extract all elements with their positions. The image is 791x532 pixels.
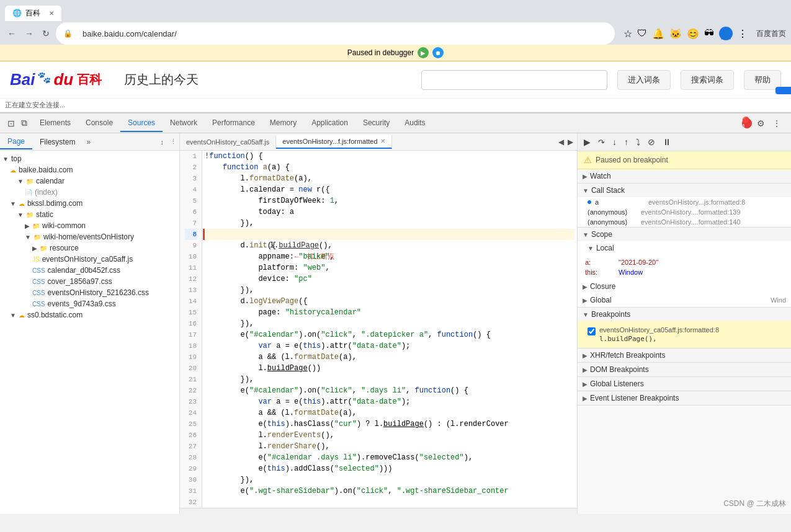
pause-on-exceptions-button[interactable]: ⏸ bbox=[660, 136, 674, 148]
profile-icon[interactable]: 👤 bbox=[719, 27, 733, 40]
code-line-28: e("#calendar .days li").removeClass("sel… bbox=[205, 452, 574, 463]
call-stack-header[interactable]: Call Stack bbox=[578, 184, 791, 197]
ext-notif-icon[interactable]: 🔔 bbox=[652, 28, 664, 40]
tab-memory[interactable]: Memory bbox=[262, 115, 304, 132]
step-into-button[interactable]: ↓ bbox=[610, 136, 619, 148]
ext-person-icon[interactable]: 🕶 bbox=[704, 28, 714, 39]
notice-warning-icon: ⚠ bbox=[584, 155, 592, 165]
device-toggle-button[interactable]: ⧉ bbox=[19, 115, 30, 131]
sources-tab-page[interactable]: Page bbox=[0, 135, 32, 149]
debugger-play-button[interactable]: ▶ bbox=[418, 47, 429, 58]
step-out-button[interactable]: ↑ bbox=[622, 136, 631, 148]
tab-performance[interactable]: Performance bbox=[205, 115, 262, 132]
ext-emoji-icon[interactable]: 😊 bbox=[687, 28, 699, 40]
ext-cat-icon[interactable]: 🐱 bbox=[669, 28, 682, 40]
share-button[interactable]: 分享 bbox=[775, 87, 791, 94]
line-8-breakpoint[interactable]: 8 bbox=[185, 229, 197, 240]
dom-section[interactable]: DOM Breakpoints bbox=[578, 363, 791, 377]
scope-header[interactable]: Scope bbox=[578, 228, 791, 241]
sources-tab-filesystem[interactable]: Filesystem bbox=[32, 135, 83, 149]
tab-sources[interactable]: Sources bbox=[120, 115, 163, 132]
tree-item-static[interactable]: ▼ 📁 static bbox=[0, 209, 179, 220]
code-tab-nav-next[interactable]: ▶ bbox=[566, 136, 574, 148]
step-button[interactable]: ⤵ bbox=[633, 136, 643, 148]
tab-elements[interactable]: Elements bbox=[32, 115, 78, 132]
sources-sync-button[interactable]: ↕ bbox=[158, 136, 167, 147]
bookmark-icon[interactable]: ☆ bbox=[623, 28, 632, 40]
tab-network[interactable]: Network bbox=[163, 115, 205, 132]
code-tab-formatted[interactable]: eventsOnHistory...f.js:formatted ✕ bbox=[276, 135, 391, 149]
scope-local-header[interactable]: Local bbox=[578, 241, 791, 255]
global-listeners-section[interactable]: Global Listeners bbox=[578, 377, 791, 391]
horizontal-scrollbar[interactable] bbox=[180, 508, 577, 514]
tree-item-wiki-home[interactable]: ▼ 📁 wiki-home/eventsOnHistory bbox=[0, 231, 179, 242]
devtools-more-button[interactable]: ⋮ bbox=[770, 116, 784, 131]
tree-item-resource[interactable]: ▶ 📁 resource bbox=[0, 242, 179, 254]
sources-tab-more-button[interactable]: » bbox=[83, 135, 94, 149]
code-tab-formatted-label: eventsOnHistory...f.js:formatted bbox=[282, 138, 377, 145]
breakpoints-arrow-icon bbox=[583, 311, 589, 318]
tree-item-baike[interactable]: ☁ baike.baidu.com bbox=[0, 164, 179, 175]
call-stack-item-anon2[interactable]: (anonymous) eventsOnHistory....formatted… bbox=[578, 217, 791, 227]
code-tab-nav-prev[interactable]: ◀ bbox=[557, 136, 565, 148]
tab-audits[interactable]: Audits bbox=[397, 115, 432, 132]
address-input[interactable] bbox=[75, 25, 607, 42]
menu-icon[interactable]: ⋮ bbox=[738, 28, 748, 40]
tree-item-bkssl[interactable]: ▼ ☁ bkssl.bdimg.com bbox=[0, 198, 179, 209]
tree-item-css1[interactable]: CSS calendar_d0b452f.css bbox=[0, 265, 179, 276]
code-tab-close-icon[interactable]: ✕ bbox=[380, 138, 385, 144]
tree-item-index[interactable]: 📄 (index) bbox=[0, 187, 179, 198]
devtools-settings-button[interactable]: ⚙ bbox=[754, 116, 767, 131]
tab-application[interactable]: Application bbox=[304, 115, 355, 132]
deactivate-breakpoints-button[interactable]: ⊘ bbox=[645, 136, 658, 148]
call-stack-item-a[interactable]: a eventsOnHistory...js:formatted:8 bbox=[578, 197, 791, 207]
scope-local-items: a: "2021-09-20" this: Window bbox=[578, 255, 791, 280]
debugger-record-button[interactable]: ⏺ bbox=[432, 47, 444, 58]
back-button[interactable]: ← bbox=[5, 27, 19, 40]
xhr-section[interactable]: XHR/fetch Breakpoints bbox=[578, 348, 791, 363]
tab-console[interactable]: Console bbox=[78, 115, 120, 132]
event-listener-section[interactable]: Event Listener Breakpoints bbox=[578, 391, 791, 406]
step-over-button[interactable]: ↷ bbox=[596, 136, 607, 148]
line-32: 32 bbox=[185, 497, 197, 508]
watch-section-header[interactable]: Watch bbox=[578, 169, 791, 183]
global-listeners-header[interactable]: Global Listeners bbox=[578, 377, 791, 391]
forward-button[interactable]: → bbox=[22, 27, 36, 40]
tree-item-css4[interactable]: CSS events_9d743a9.css bbox=[0, 298, 179, 309]
breakpoints-header[interactable]: Breakpoints bbox=[578, 308, 791, 321]
tree-item-ss0[interactable]: ▼ ☁ ss0.bdstatic.com bbox=[0, 309, 179, 321]
xhr-header[interactable]: XHR/fetch Breakpoints bbox=[578, 348, 791, 362]
inspect-element-button[interactable]: ⊡ bbox=[5, 116, 17, 131]
baike-help-button[interactable]: 帮助 bbox=[744, 70, 781, 90]
tree-item-js1[interactable]: JS eventsOnHistory_ca05aff.js bbox=[0, 254, 179, 265]
reload-button[interactable]: ↻ bbox=[40, 27, 52, 40]
tree-item-calendar[interactable]: ▼ 📁 calendar bbox=[0, 175, 179, 187]
baidu-home-link[interactable]: 百度首页 bbox=[756, 29, 786, 39]
code-line-31: e(".wgt-shareSidebar").on("click", ".wgt… bbox=[205, 485, 574, 497]
tree-item-top[interactable]: ▼ top bbox=[0, 153, 179, 164]
tree-item-wiki-common[interactable]: ▶ 📁 wiki-common bbox=[0, 220, 179, 231]
scope-closure-header[interactable]: Closure bbox=[578, 280, 791, 293]
baike-enter-button[interactable]: 进入词条 bbox=[617, 70, 671, 90]
tab-close-icon[interactable]: ✕ bbox=[49, 10, 54, 17]
event-listener-header[interactable]: Event Listener Breakpoints bbox=[578, 391, 791, 405]
code-line-27: l.renderShare(), bbox=[205, 441, 574, 452]
tree-item-css3[interactable]: CSS eventsOnHistory_5216236.css bbox=[0, 287, 179, 298]
line-26: 26 bbox=[185, 430, 197, 441]
ext-shield-icon[interactable]: 🛡 bbox=[637, 28, 647, 39]
code-editor[interactable]: 1 2 3 4 5 6 7 8 9 10 11 12 13 14 bbox=[180, 151, 577, 508]
scope-global-label: Global bbox=[590, 296, 612, 304]
tree-item-css2[interactable]: CSS cover_1856a97.css bbox=[0, 276, 179, 287]
call-stack-item-anon1[interactable]: (anonymous) eventsOnHistory....formatted… bbox=[578, 207, 791, 217]
error-badge: 🔴 1 bbox=[742, 118, 752, 128]
tab-security[interactable]: Security bbox=[355, 115, 397, 132]
baike-search-input[interactable] bbox=[421, 70, 607, 90]
breakpoint-checkbox[interactable] bbox=[588, 327, 596, 335]
dom-header[interactable]: DOM Breakpoints bbox=[578, 363, 791, 376]
resume-button[interactable]: ▶ bbox=[581, 136, 593, 148]
baike-search-button[interactable]: 搜索词条 bbox=[681, 70, 734, 90]
code-tab-original[interactable]: eventsOnHistory_ca05aff.js bbox=[180, 136, 276, 148]
scope-global-header[interactable]: Global Wind bbox=[578, 293, 791, 307]
sources-more-button[interactable]: ⋮ bbox=[168, 136, 179, 147]
browser-tab[interactable]: 🌐 百科 ✕ bbox=[5, 6, 61, 21]
